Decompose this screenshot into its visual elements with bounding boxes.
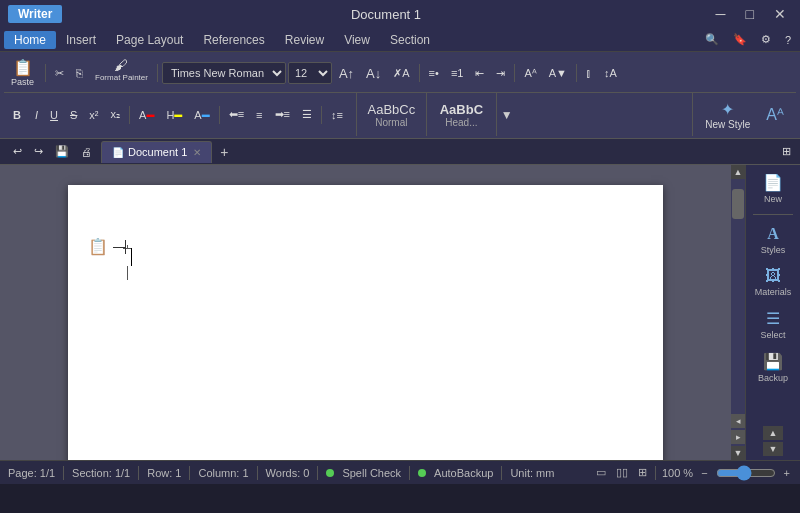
font-grow-button[interactable]: A↑ (334, 63, 359, 83)
sidebar-backup-button[interactable]: 💾 Backup (749, 348, 797, 387)
menu-review[interactable]: Review (275, 31, 334, 49)
menu-bar: Home Insert Page Layout References Revie… (0, 28, 800, 52)
ordered-list-button[interactable]: ≡1 (446, 63, 469, 83)
superscript-button[interactable]: x² (84, 105, 103, 125)
menu-section[interactable]: Section (380, 31, 440, 49)
sidebar-styles-button[interactable]: A Styles (749, 221, 797, 259)
help-icon[interactable]: ? (780, 30, 796, 50)
layout-double-button[interactable]: ▯▯ (614, 466, 630, 479)
font-size-select[interactable]: 12 (288, 62, 332, 84)
font-color-picker[interactable]: A▬ (134, 105, 159, 125)
menu-view[interactable]: View (334, 31, 380, 49)
menu-insert[interactable]: Insert (56, 31, 106, 49)
underline-button[interactable]: U (45, 105, 63, 125)
style-heading[interactable]: AaBbC Head... (427, 93, 497, 136)
layout-single-button[interactable]: ▭ (594, 466, 608, 479)
minimize-button[interactable]: ─ (710, 4, 732, 24)
menu-home[interactable]: Home (4, 31, 56, 49)
menu-page-layout[interactable]: Page Layout (106, 31, 193, 49)
view-options-button[interactable]: ⊞ (777, 142, 796, 162)
indent-increase-button[interactable]: ⇥ (491, 63, 510, 83)
scroll-track[interactable]: ◂ ▸ (731, 179, 745, 446)
sidebar-materials-label: Materials (755, 287, 792, 297)
sidebar-backup-label: Backup (758, 373, 788, 383)
sidebar-scroll-up[interactable]: ▲ (763, 426, 783, 440)
text-bg-button[interactable]: A▬ (189, 105, 214, 125)
paste-button[interactable]: 📋 Paste (4, 55, 41, 91)
title-bar: Writer Document 1 ─ □ ✕ (0, 0, 800, 28)
font-name-select[interactable]: Times New Roman (162, 62, 286, 84)
undo-button[interactable]: ↩ (8, 142, 27, 162)
scroll-next-page-button[interactable]: ▸ (731, 430, 745, 444)
vertical-scrollbar[interactable]: ▲ ◂ ▸ ▼ (731, 165, 745, 460)
column-layout-button[interactable]: ⫿ (581, 63, 597, 83)
scroll-down-button[interactable]: ▼ (731, 446, 745, 460)
zoom-slider[interactable] (716, 465, 776, 481)
sidebar-materials-button[interactable]: 🖼 Materials (749, 263, 797, 301)
search-toolbar-icon[interactable]: 🔍 (700, 30, 724, 50)
toolbar-row-1: 📋 Paste ✂ ⎘ 🖌 Format Painter Times New R… (4, 54, 796, 92)
separator (576, 64, 577, 82)
maximize-button[interactable]: □ (740, 4, 760, 24)
format-painter-button[interactable]: 🖌 Format Painter (90, 55, 153, 91)
subscript-button[interactable]: x₂ (106, 105, 126, 125)
document-scroll[interactable]: 📋 (0, 165, 731, 460)
writer-app-button[interactable]: Writer (8, 5, 62, 23)
add-tab-button[interactable]: + (214, 144, 234, 160)
scroll-thumb[interactable] (732, 189, 744, 219)
settings-icon[interactable]: ⚙ (756, 30, 776, 50)
align-center-button[interactable]: ≡ (251, 105, 267, 125)
bold-button[interactable]: B (8, 105, 28, 125)
italic-button[interactable]: I (30, 105, 43, 125)
align-right-button[interactable]: ➡≡ (270, 105, 295, 125)
layout-grid-button[interactable]: ⊞ (636, 466, 649, 479)
styles-more-button[interactable]: ▼ (497, 93, 517, 136)
line-spacing-button[interactable]: ↕≡ (326, 105, 348, 125)
zoom-in-button[interactable]: + (782, 467, 792, 479)
document-title: Document 1 (62, 7, 709, 22)
style-normal[interactable]: AaBbCc Normal (357, 93, 427, 136)
status-separator (409, 466, 410, 480)
tab-close-button[interactable]: ✕ (193, 147, 201, 158)
sidebar-scroll-down[interactable]: ▼ (763, 442, 783, 456)
scroll-up-button[interactable]: ▲ (731, 165, 745, 179)
close-button[interactable]: ✕ (768, 4, 792, 24)
bookmarks-icon[interactable]: 🔖 (728, 30, 752, 50)
status-separator (63, 466, 64, 480)
print-button[interactable]: 🖨 (76, 142, 97, 162)
menu-references[interactable]: References (193, 31, 274, 49)
strikethrough-button[interactable]: S (65, 105, 82, 125)
spell-check-label: Spell Check (342, 467, 401, 479)
status-separator (501, 466, 502, 480)
text-cursor (131, 248, 132, 266)
zoom-out-button[interactable]: − (699, 467, 709, 479)
align-justify-button[interactable]: ☰ (297, 105, 317, 125)
unordered-list-button[interactable]: ≡• (424, 63, 444, 83)
align-left-button[interactable]: ⬅≡ (224, 105, 249, 125)
tab-bar: ↩ ↪ 💾 🖨 📄 Document 1 ✕ + ⊞ (0, 139, 800, 165)
tab-document1[interactable]: 📄 Document 1 ✕ (101, 141, 212, 163)
manage-styles-button[interactable]: Aᴬ (760, 103, 790, 126)
redo-button[interactable]: ↪ (29, 142, 48, 162)
cut-button[interactable]: ✂ (50, 63, 69, 83)
font-shrink-button[interactable]: A↓ (361, 63, 386, 83)
auto-backup-indicator (418, 469, 426, 477)
separator (514, 64, 515, 82)
unit-info: Unit: mm (510, 467, 554, 479)
section-info: Section: 1/1 (72, 467, 130, 479)
document-page[interactable]: 📋 (68, 185, 663, 460)
indent-decrease-button[interactable]: ⇤ (470, 63, 489, 83)
highlight-button[interactable]: H▬ (161, 105, 187, 125)
style-heading-preview: AaBbC (440, 102, 483, 117)
clear-format-button[interactable]: ✗A (388, 63, 414, 83)
text-size-button[interactable]: Aᴬ (519, 63, 541, 83)
sort-button[interactable]: ↕A (599, 63, 622, 83)
save-button[interactable]: 💾 (50, 142, 74, 162)
toolbar-area: 📋 Paste ✂ ⎘ 🖌 Format Painter Times New R… (0, 52, 800, 139)
sidebar-new-button[interactable]: 📄 New (749, 169, 797, 208)
text-color-button[interactable]: A▼ (544, 63, 572, 83)
scroll-prev-page-button[interactable]: ◂ (731, 414, 745, 428)
sidebar-select-button[interactable]: ☰ Select (749, 305, 797, 344)
copy-button[interactable]: ⎘ (71, 63, 88, 83)
new-style-button[interactable]: ✦ New Style (699, 98, 756, 132)
